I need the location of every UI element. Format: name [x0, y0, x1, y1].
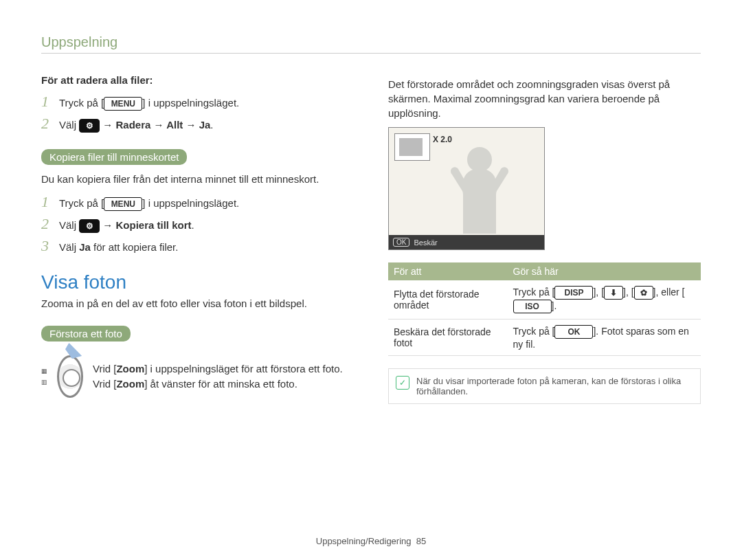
copy-to-card-desc: Du kan kopiera filer från det interna mi…	[41, 172, 354, 186]
disp-button-icon: DISP	[554, 286, 593, 300]
step: 2 Välj ⚙ → Kopiera till kort.	[41, 215, 354, 233]
zoom-dial-icon	[57, 355, 83, 398]
step-text: Tryck på [MENU] i uppspelningsläget.	[59, 197, 239, 211]
page: Uppspelning För att radera alla filer: 1…	[0, 0, 742, 560]
visa-foton-desc: Zooma in på en del av ett foto eller vis…	[41, 296, 354, 311]
delete-steps: 1 Tryck på [MENU] i uppspelningsläget. 2…	[41, 93, 354, 133]
table-row: Flytta det förstorade området Tryck på […	[388, 280, 701, 320]
screen-footer: OK Beskär	[389, 235, 544, 249]
step-text: Tryck på [MENU] i uppspelningsläget.	[59, 97, 239, 111]
action-instruction: Tryck på [DISP], [⬇], [✿], eller [ISO].	[508, 280, 701, 320]
two-column-layout: För att radera alla filer: 1 Tryck på [M…	[41, 74, 701, 404]
table-header: För att	[388, 262, 508, 280]
iso-button-icon: ISO	[513, 300, 552, 313]
note-icon: ✓	[396, 376, 409, 390]
settings-icon: ⚙	[79, 219, 100, 233]
page-number: 85	[416, 536, 426, 546]
screen-overview-thumb	[394, 133, 430, 161]
step: 3 Välj Ja för att kopiera filer.	[41, 237, 354, 255]
page-title: Uppspelning	[41, 34, 117, 49]
step-text: Välj Ja för att kopiera filer.	[59, 241, 178, 253]
footer-section: Uppspelning/Redigering	[316, 536, 412, 546]
page-header: Uppspelning	[41, 34, 701, 54]
crop-label: Beskär	[414, 238, 437, 247]
camera-screen-illustration: X 2.0 OK Beskär	[388, 127, 545, 250]
zoom-instruction: Vrid [Zoom] i uppspelningsläget för att …	[93, 361, 354, 392]
ok-button-icon: OK	[554, 325, 593, 339]
delete-all-heading: För att radera alla filer:	[41, 74, 354, 86]
action-instruction: Tryck på [OK]. Fotot sparas som en ny fi…	[508, 320, 701, 356]
step: 2 Välj ⚙ → Radera → Allt → Ja.	[41, 115, 354, 133]
table-row: Beskära det förstorade fotot Tryck på [O…	[388, 320, 701, 356]
table-header-row: För att Gör så här	[388, 262, 701, 280]
action-name: Flytta det förstorade området	[388, 280, 508, 320]
screen-overview-viewport	[399, 138, 423, 156]
step-number: 2	[41, 215, 59, 233]
copy-steps: 1 Tryck på [MENU] i uppspelningsläget. 2…	[41, 193, 354, 255]
step-number: 1	[41, 93, 59, 111]
dial-side-icons: ▦ ▥	[41, 368, 47, 385]
macro-button-icon: ✿	[634, 286, 653, 300]
settings-icon: ⚙	[79, 119, 100, 133]
copy-to-card-pill: Kopiera filer till minneskortet	[41, 149, 187, 165]
actions-table: För att Gör så här Flytta det förstorade…	[388, 262, 701, 356]
enlarge-pill: Förstora ett foto	[41, 326, 131, 341]
menu-icon: MENU	[104, 197, 142, 211]
zoom-dial-row: ▦ ▥ Vrid [Zoom] i uppspelningsläget för …	[41, 355, 354, 398]
note-text: När du visar importerade foton på kamera…	[416, 376, 693, 396]
step: 1 Tryck på [MENU] i uppspelningsläget.	[41, 193, 354, 211]
left-column: För att radera alla filer: 1 Tryck på [M…	[41, 74, 354, 404]
screen-main: X 2.0	[389, 128, 544, 235]
step-text: Välj ⚙ → Kopiera till kort.	[59, 219, 194, 233]
table-header: Gör så här	[508, 262, 701, 280]
thumbnail-grid-icon: ▦	[41, 368, 47, 374]
ok-icon: OK	[393, 238, 409, 247]
note-box: ✓ När du visar importerade foton på kame…	[388, 368, 701, 404]
step-number: 1	[41, 193, 59, 211]
grid-toggle-icon: ▥	[41, 379, 47, 385]
down-button-icon: ⬇	[604, 286, 623, 300]
step: 1 Tryck på [MENU] i uppspelningsläget.	[41, 93, 354, 111]
visa-foton-heading: Visa foton	[41, 271, 354, 293]
step-number: 2	[41, 115, 59, 133]
action-name: Beskära det förstorade fotot	[388, 320, 508, 356]
page-footer: Uppspelning/Redigering 85	[0, 536, 742, 546]
right-intro: Det förstorade området och zoomningsgrad…	[388, 77, 701, 120]
right-column: Det förstorade området och zoomningsgrad…	[388, 74, 701, 404]
menu-icon: MENU	[104, 97, 142, 111]
step-number: 3	[41, 237, 59, 255]
step-text: Välj ⚙ → Radera → Allt → Ja.	[59, 119, 214, 133]
child-silhouette-icon	[438, 143, 521, 234]
